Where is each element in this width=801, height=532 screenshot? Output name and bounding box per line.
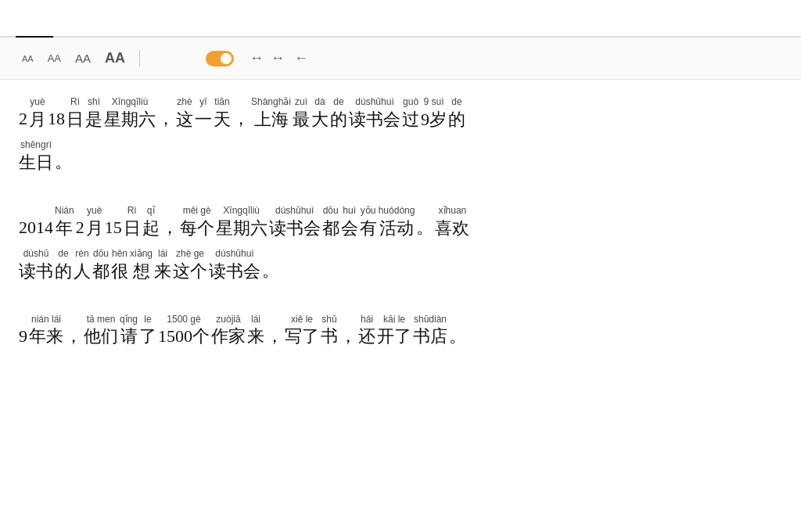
chinese-span: 请 (120, 325, 138, 348)
tab-grammar[interactable] (91, 20, 128, 36)
chinese-span: 9岁 (421, 109, 447, 131)
word-unit: 2 (76, 204, 84, 239)
pinyin-span: hěn (112, 247, 128, 261)
word-unit: hái还 (358, 313, 375, 348)
text-block-3: 9nián lái年来，tā men他们qǐng请le了1500 gè1500个… (19, 313, 778, 350)
chinese-span: 来 (247, 325, 264, 348)
pinyin-toggle[interactable] (206, 51, 234, 66)
word-unit: Xīngqīliù星期六 (104, 95, 156, 131)
pinyin-span: xiǎng (130, 247, 153, 261)
chinese-span: 读书 (19, 261, 53, 283)
pinyin-span: yǒu (361, 204, 376, 217)
chinese-span: 作家 (211, 325, 246, 348)
font-size-xs-button[interactable]: AA (19, 52, 37, 65)
word-unit: xiě le写了 (285, 313, 319, 348)
spacing-wide-icon[interactable]: ← (294, 50, 311, 66)
pinyin-span: de (451, 95, 462, 109)
chinese-span: 9 (19, 325, 27, 348)
pinyin-span: qǐ (147, 204, 155, 217)
word-unit: dōu都 (92, 247, 110, 282)
chinese-span: 星期六 (216, 217, 268, 240)
text-line-2a: 2014Nián年2yuè月15Rì日qǐ起，měi gè每个Xīngqīliù… (19, 204, 778, 241)
pinyin-span: Xīngqīliù (223, 204, 260, 217)
chinese-span: 的 (55, 261, 72, 283)
chinese-span: 上海 (254, 109, 289, 131)
pinyin-span: huódòng (379, 204, 415, 217)
word-unit: Nián年 (55, 204, 74, 239)
chinese-span: 18 (48, 108, 65, 131)
tab-proper-nouns[interactable] (128, 20, 166, 36)
word-unit: ， (232, 95, 250, 131)
word-unit: zuì最 (293, 95, 310, 131)
word-unit: guò过 (402, 95, 419, 131)
chinese-span: 星期六 (104, 109, 156, 131)
font-size-sm-button[interactable]: AA (45, 51, 64, 66)
chinese-span: 日 (66, 109, 84, 131)
chinese-span: 会 (341, 217, 358, 240)
chinese-span: 过 (402, 109, 419, 131)
chinese-span: 大 (311, 109, 329, 131)
word-unit: rén人 (74, 247, 91, 282)
text-line-2b: dúshū读书de的rén人dōu都hěn很xiǎng想lái来zhè ge这个… (19, 247, 778, 284)
word-unit: ， (65, 313, 82, 348)
chinese-span: 。 (449, 325, 466, 348)
word-unit: qǐ起 (142, 204, 160, 239)
word-unit: qǐng请 (120, 313, 138, 348)
chinese-span: 天 (214, 109, 231, 131)
word-unit: dúshūhuì读书会 (269, 204, 321, 239)
tab-exercises[interactable] (166, 20, 203, 36)
word-unit: yuè月 (29, 95, 46, 131)
simplified-button[interactable] (151, 56, 167, 62)
word-unit: dúshū读书 (19, 247, 53, 282)
font-size-md-button[interactable]: AA (72, 50, 94, 66)
chinese-span: 他们 (84, 325, 118, 348)
pinyin-span: qǐng (120, 313, 138, 326)
word-unit: 2 (19, 95, 27, 131)
word-unit: 。 (55, 138, 72, 174)
font-size-lg-button[interactable]: AA (102, 49, 128, 68)
chinese-span: 起 (142, 217, 160, 240)
chinese-span: 的 (448, 109, 465, 131)
tab-script[interactable] (16, 20, 53, 36)
pinyin-span: zhè ge (176, 247, 204, 261)
chinese-span: 了 (139, 325, 156, 348)
word-unit: 9 (19, 313, 27, 348)
word-unit: 9 suì9岁 (421, 95, 447, 131)
chinese-span: 写了 (285, 325, 319, 348)
pinyin-span: kāi le (383, 313, 405, 326)
pinyin-span: xǐhuan (439, 204, 467, 217)
traditional-button[interactable] (167, 56, 182, 62)
chinese-span: 1500个 (158, 325, 210, 348)
pinyin-span: huì (343, 204, 356, 217)
word-unit: 。 (449, 313, 466, 348)
chinese-span: ， (339, 325, 357, 348)
word-unit: tiān天 (214, 95, 231, 131)
chinese-span: 月 (29, 109, 46, 131)
chinese-span: 想 (133, 261, 150, 283)
word-unit: Rì日 (66, 95, 84, 131)
spacing-narrow-icon[interactable]: ↔ (250, 50, 263, 66)
word-unit: Xīngqīliù星期六 (216, 204, 268, 239)
word-unit: 。 (262, 247, 279, 282)
word-unit: 15 (105, 204, 122, 239)
chinese-span: 是 (85, 109, 102, 131)
word-unit: lái来 (247, 313, 264, 348)
chinese-span: 还 (358, 325, 375, 348)
word-unit: shēngrì生日 (19, 138, 53, 174)
chinese-span: 这 (176, 109, 193, 131)
pinyin-span: yuè (87, 204, 102, 217)
pinyin-span: dà (314, 95, 325, 109)
tab-keywords[interactable] (53, 20, 91, 36)
word-unit: měi gè每个 (180, 204, 214, 239)
toolbar-divider (139, 50, 140, 67)
chinese-span: 年 (56, 217, 73, 240)
word-unit: yuè月 (86, 204, 103, 239)
text-block-1: 2yuè月18Rì日shì是Xīngqīliù星期六，zhè这yī一tiān天，… (19, 95, 778, 176)
spacing-medium-icon[interactable]: ↔ (271, 50, 286, 66)
toggle-thumb (221, 53, 232, 64)
chinese-span: 很 (111, 261, 128, 283)
word-unit: yǒu有 (360, 204, 377, 239)
chinese-span: 喜欢 (435, 217, 469, 240)
word-unit: shūdiàn书店 (413, 313, 447, 348)
chinese-span: 书店 (413, 325, 447, 348)
